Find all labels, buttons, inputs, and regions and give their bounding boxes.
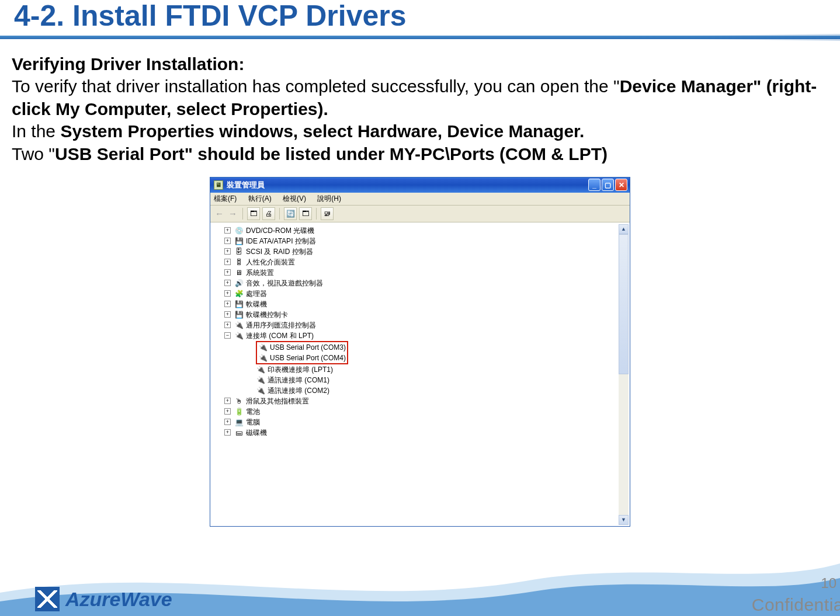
tree-item[interactable]: −🔌連接埠 (COM 和 LPT) [224, 330, 630, 341]
minimize-button[interactable]: _ [588, 179, 601, 191]
tree-item[interactable]: 🔌USB Serial Port (COM3) [258, 342, 346, 353]
toolbar-divider-3 [316, 208, 317, 220]
tree-item[interactable]: +🖴磁碟機 [224, 427, 630, 438]
tree-item[interactable]: 🔌通訊連接埠 (COM1) [256, 375, 630, 385]
print-button[interactable]: 🖨 [262, 207, 275, 220]
p3-prefix: Two " [12, 144, 55, 163]
title-divider [0, 36, 840, 39]
tree-item-label: 軟碟機控制卡 [246, 309, 288, 320]
tree-item[interactable]: +💿DVD/CD-ROM 光碟機 [224, 225, 630, 236]
cpu-icon: 🧩 [234, 289, 244, 298]
scroll-up-button[interactable]: ▲ [619, 224, 629, 234]
forward-button[interactable]: → [227, 208, 238, 218]
expand-icon[interactable]: + [224, 408, 231, 415]
expand-icon[interactable]: + [224, 322, 231, 328]
tree-item-label: 連接埠 (COM 和 LPT) [246, 330, 314, 341]
details-button[interactable]: 🗔 [299, 207, 312, 220]
tree-item[interactable]: +🗄SCSI 及 RAID 控制器 [224, 246, 630, 257]
hid-icon: 🎛 [234, 257, 244, 267]
toolbar-divider-2 [279, 208, 280, 220]
tree-item-label: 音效，視訊及遊戲控制器 [246, 278, 323, 288]
window-title: 裝置管理員 [227, 180, 265, 190]
tree-item[interactable]: +🧩處理器 [224, 288, 630, 299]
vertical-scrollbar[interactable]: ▲ ▼ [619, 224, 629, 525]
tree-item[interactable]: +🎛人性化介面裝置 [224, 257, 630, 267]
tree-item[interactable]: +🖥系統裝置 [224, 267, 630, 278]
tree-item-label: USB Serial Port (COM4) [270, 353, 346, 363]
tree-item-label: DVD/CD-ROM 光碟機 [246, 225, 314, 236]
tree-item[interactable]: 🔌通訊連接埠 (COM2) [256, 385, 630, 396]
expand-icon[interactable]: + [224, 248, 231, 255]
expand-icon[interactable]: + [224, 429, 231, 436]
refresh-button[interactable]: 🔄 [284, 207, 297, 220]
expand-icon[interactable]: + [224, 238, 231, 244]
device-manager-icon: 🖥 [214, 180, 223, 190]
device-manager-window: 🖥 裝置管理員 _ ▢ ✕ 檔案(F) 執行(A) 檢視(V) 說明(H) ← … [210, 177, 630, 527]
tree-item[interactable]: +🔋電池 [224, 406, 630, 417]
tree-item[interactable]: +🖱滑鼠及其他指標裝置 [224, 396, 630, 406]
menu-file[interactable]: 檔案(F) [214, 194, 237, 203]
properties-button[interactable]: 🗔 [247, 207, 260, 220]
brand-logo: AzureWave [35, 587, 172, 611]
port-icon: 🔌 [234, 331, 244, 340]
tree-item-label: 通訊連接埠 (COM2) [268, 385, 329, 396]
p2-prefix: In the [12, 121, 60, 141]
tree-item[interactable]: 🔌印表機連接埠 (LPT1) [256, 364, 630, 375]
tree-item[interactable]: 🔌USB Serial Port (COM4) [258, 353, 346, 363]
scan-hardware-button[interactable]: 🖳 [321, 207, 334, 220]
content-block: Verifying Driver Installation: To verify… [0, 53, 840, 165]
tree-item-label: 電池 [246, 406, 260, 417]
system-device-icon: 🖥 [234, 268, 244, 277]
expand-icon[interactable]: + [224, 269, 231, 276]
logo-mark-icon [35, 587, 60, 611]
menu-help[interactable]: 說明(H) [317, 194, 341, 203]
maximize-button[interactable]: ▢ [602, 179, 614, 191]
tree-area: +💿DVD/CD-ROM 光碟機+💾IDE ATA/ATAPI 控制器+🗄SCS… [210, 222, 630, 526]
scroll-track[interactable] [619, 234, 629, 515]
usb-controller-icon: 🔌 [234, 321, 244, 330]
back-button[interactable]: ← [214, 208, 225, 218]
expand-icon[interactable]: + [224, 280, 231, 286]
battery-icon: 🔋 [234, 407, 244, 416]
expand-icon[interactable]: + [224, 259, 231, 265]
scroll-down-button[interactable]: ▼ [619, 515, 629, 525]
tree-item-label: USB Serial Port (COM3) [270, 342, 346, 353]
expand-icon[interactable]: + [224, 419, 231, 425]
p3-bold: USB Serial Port" should be listed under … [55, 144, 608, 163]
expand-icon[interactable]: + [224, 301, 231, 307]
expand-icon[interactable]: + [224, 227, 231, 234]
tree-item[interactable]: +💾軟碟機 [224, 299, 630, 309]
expand-icon[interactable]: + [224, 398, 231, 404]
close-button[interactable]: ✕ [615, 179, 627, 191]
tree-item-label: 軟碟機 [246, 299, 267, 309]
toolbar: ← → 🗔 🖨 🔄 🗔 🖳 [210, 206, 630, 222]
tree-item-label: 處理器 [246, 288, 267, 299]
page-title: 4-2. Install FTDI VCP Drivers [0, 0, 840, 36]
p2-bold: System Properties windows, select Hardwa… [60, 121, 584, 141]
menu-view[interactable]: 檢視(V) [283, 194, 306, 203]
paragraph-2: In the System Properties windows, select… [12, 120, 828, 142]
tree-children: 🔌USB Serial Port (COM3)🔌USB Serial Port … [256, 341, 630, 396]
tree-item-label: 磁碟機 [246, 427, 267, 438]
p1-prefix: To verify that driver installation has c… [12, 76, 620, 96]
collapse-icon[interactable]: − [224, 332, 231, 339]
port-icon: 🔌 [256, 375, 265, 385]
tree-item[interactable]: +🔊音效，視訊及遊戲控制器 [224, 278, 630, 288]
tree-item[interactable]: +💾IDE ATA/ATAPI 控制器 [224, 236, 630, 246]
tree-item[interactable]: +💾軟碟機控制卡 [224, 309, 630, 320]
scroll-thumb[interactable] [619, 234, 629, 375]
expand-icon[interactable]: + [224, 311, 231, 318]
expand-icon[interactable]: + [224, 290, 231, 297]
scsi-raid-icon: 🗄 [234, 247, 244, 256]
tree-item[interactable]: +🔌通用序列匯流排控制器 [224, 320, 630, 330]
tree-item-label: 通用序列匯流排控制器 [246, 320, 316, 330]
window-titlebar[interactable]: 🖥 裝置管理員 _ ▢ ✕ [210, 178, 630, 193]
floppy-controller-icon: 💾 [234, 310, 244, 319]
tree-item[interactable]: +💻電腦 [224, 417, 630, 427]
confidential-label: Confidentia [752, 595, 840, 615]
device-tree: +💿DVD/CD-ROM 光碟機+💾IDE ATA/ATAPI 控制器+🗄SCS… [210, 223, 630, 440]
computer-icon: 💻 [234, 417, 244, 427]
menu-action[interactable]: 執行(A) [248, 194, 272, 203]
mouse-icon: 🖱 [234, 396, 244, 406]
floppy-drive-icon: 💾 [234, 300, 244, 309]
